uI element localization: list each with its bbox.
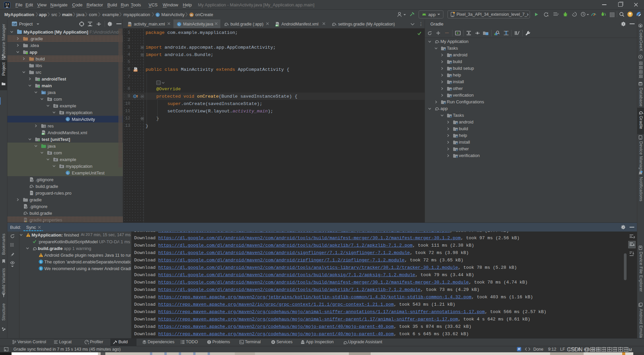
- svg-text:C: C: [178, 23, 180, 26]
- svg-text:A: A: [547, 14, 549, 17]
- svg-text:<>: <>: [128, 24, 130, 27]
- svg-text:<>: <>: [134, 70, 137, 72]
- svg-text:m: m: [190, 13, 193, 16]
- svg-text:C: C: [67, 118, 69, 121]
- svg-text:C: C: [67, 171, 69, 174]
- svg-text:MF: MF: [276, 24, 278, 27]
- svg-text:C: C: [157, 13, 159, 16]
- svg-text:MF: MF: [42, 133, 44, 135]
